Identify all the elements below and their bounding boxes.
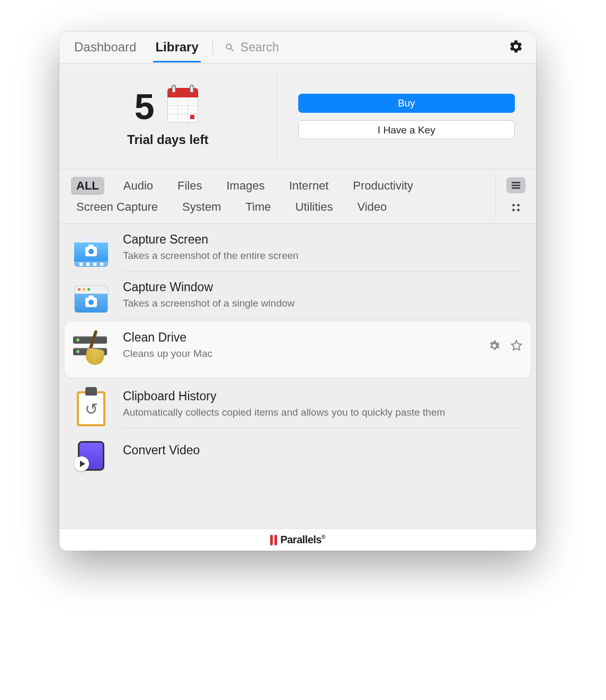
trial-days-count: 5 (135, 86, 155, 127)
filter-video[interactable]: Video (352, 198, 392, 216)
search-icon (225, 42, 235, 53)
clipboard-history-icon: ↺ (72, 390, 110, 428)
gear-icon (509, 39, 523, 54)
have-key-button[interactable]: I Have a Key (298, 120, 515, 139)
svg-point-4 (517, 204, 520, 207)
svg-point-6 (517, 209, 520, 211)
svg-point-5 (512, 209, 515, 211)
trial-status: 5 Trial days left (59, 73, 277, 159)
svg-rect-0 (512, 182, 521, 184)
filter-time[interactable]: Time (240, 198, 276, 216)
tool-convert-video[interactable]: Convert Video (59, 428, 536, 475)
calendar-icon (164, 88, 201, 125)
search-placeholder: Search (240, 40, 279, 55)
main-tabs: Dashboard Library (72, 32, 201, 62)
trial-caption: Trial days left (127, 132, 208, 147)
filter-productivity[interactable]: Productivity (347, 177, 418, 195)
trial-actions: Buy I Have a Key (277, 64, 537, 169)
favorite-star-icon[interactable] (510, 339, 523, 353)
tool-desc: Takes a screenshot of a single window (123, 297, 523, 310)
grid-view-button[interactable] (506, 200, 525, 216)
header-bar: Dashboard Library Search (59, 32, 536, 64)
filter-audio[interactable]: Audio (118, 177, 158, 195)
tool-actions (487, 339, 523, 361)
svg-rect-1 (512, 185, 521, 186)
tool-settings-icon[interactable] (487, 339, 501, 353)
tool-desc: Takes a screenshot of the entire screen (123, 249, 523, 263)
grid-icon (510, 202, 522, 213)
tool-title: Convert Video (123, 443, 523, 457)
clean-drive-icon (72, 331, 110, 369)
buy-button[interactable]: Buy (298, 94, 515, 113)
svg-point-3 (512, 204, 515, 207)
settings-button[interactable] (509, 39, 523, 56)
filter-images[interactable]: Images (221, 177, 270, 195)
tab-dashboard[interactable]: Dashboard (72, 32, 138, 62)
list-icon (510, 180, 522, 191)
capture-window-icon (72, 280, 110, 318)
tool-clean-drive[interactable]: Clean Drive Cleans up your Mac (65, 322, 531, 378)
parallels-logo-icon (270, 535, 277, 545)
tool-list: Capture Screen Takes a screenshot of the… (59, 224, 536, 528)
tool-capture-window[interactable]: Capture Window Takes a screenshot of a s… (59, 272, 536, 319)
filter-bar: ALL Audio Files Images Internet Producti… (59, 169, 536, 224)
app-window: Dashboard Library Search 5 (59, 32, 536, 551)
capture-screen-icon (72, 233, 110, 271)
filter-all[interactable]: ALL (71, 177, 104, 195)
tool-desc: Automatically collects copied items and … (123, 406, 523, 419)
footer-brand: Parallels® (280, 534, 325, 546)
tool-clipboard-history[interactable]: ↺ Clipboard History Automatically collec… (59, 381, 536, 428)
convert-video-icon (72, 437, 110, 475)
view-toggle (495, 175, 536, 218)
filter-system[interactable]: System (177, 198, 226, 216)
filter-files[interactable]: Files (172, 177, 207, 195)
tool-title: Clipboard History (123, 389, 523, 403)
tab-library[interactable]: Library (153, 32, 200, 62)
tool-title: Capture Window (123, 280, 523, 294)
tool-capture-screen[interactable]: Capture Screen Takes a screenshot of the… (59, 224, 536, 272)
filter-tags: ALL Audio Files Images Internet Producti… (59, 169, 495, 223)
filter-utilities[interactable]: Utilities (290, 198, 338, 216)
tool-title: Capture Screen (123, 232, 523, 247)
list-view-button[interactable] (506, 177, 525, 193)
tool-title: Clean Drive (123, 330, 475, 345)
search-field[interactable]: Search (225, 40, 509, 55)
filter-screen-capture[interactable]: Screen Capture (71, 198, 163, 216)
filter-internet[interactable]: Internet (284, 177, 334, 195)
header-separator (212, 40, 213, 56)
svg-rect-2 (512, 187, 521, 189)
footer: Parallels® (59, 528, 536, 551)
tool-desc: Cleans up your Mac (123, 347, 475, 361)
trial-banner: 5 Trial days left Buy I Have a Key (59, 64, 536, 169)
